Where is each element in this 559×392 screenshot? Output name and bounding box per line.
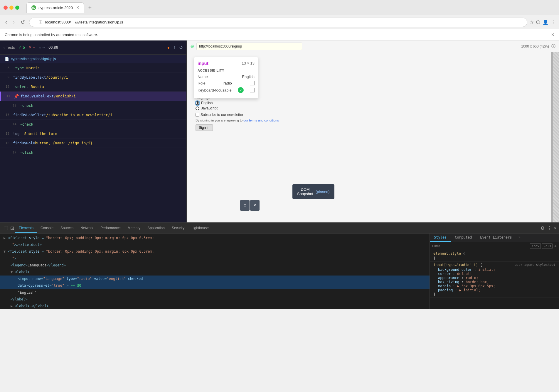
- expand-icon-label2[interactable]: ▶: [11, 304, 13, 308]
- browser-tab[interactable]: cy cypress-article-2020 ×: [26, 2, 84, 13]
- orange-dot-button[interactable]: ●: [167, 45, 170, 50]
- expand-icon[interactable]: ▶: [4, 236, 6, 240]
- terms-text: By signing in you are agreeing to our te…: [196, 119, 279, 122]
- dom-line-label: ▼ <label>: [0, 269, 430, 276]
- form-preview: Language English JavaScript Subscribe to…: [196, 96, 279, 131]
- bookmark-icon[interactable]: ☆: [530, 19, 534, 25]
- file-path: cypress/integration/signUp.js: [11, 57, 56, 61]
- styles-tab-computed[interactable]: Computed: [451, 234, 476, 242]
- javascript-label: JavaScript: [201, 106, 218, 110]
- styles-tab-event-listeners[interactable]: Event Listeners: [476, 234, 516, 242]
- expand-icon-2[interactable]: ▼: [4, 249, 6, 254]
- devtools-tab-console[interactable]: Console: [37, 224, 57, 233]
- sign-in-button[interactable]: Sign in: [196, 124, 213, 131]
- devtools-inspect-button[interactable]: ⬚: [4, 225, 8, 231]
- english-label: English: [201, 101, 213, 105]
- automation-banner-text: Chrome is being controlled by automated …: [5, 33, 98, 37]
- devtools-settings-button[interactable]: ⚙: [541, 225, 545, 231]
- app-toolbar: ⊕ 1000 x 660 (42%) ⓘ: [187, 40, 559, 52]
- close-traffic-light[interactable]: [4, 6, 8, 10]
- address-actions: ☆ ⬡ 👤 ⋮: [530, 19, 555, 25]
- devtools-tab-application[interactable]: Application: [144, 224, 168, 233]
- code-line-8: 8 -type Norris: [0, 63, 186, 73]
- devtools-device-button[interactable]: ⊡: [10, 225, 14, 231]
- devtools-tab-security[interactable]: Security: [168, 224, 188, 233]
- elapsed-time: 06.86: [48, 45, 58, 50]
- javascript-radio-row: JavaScript: [196, 106, 279, 110]
- tooltip-keyboard-checkbox: [250, 88, 255, 92]
- line-number: 11: [3, 94, 10, 98]
- filter-hov-button[interactable]: :hov: [530, 243, 541, 249]
- devtools-more-button[interactable]: ⋮: [547, 225, 552, 231]
- line-number: 9: [2, 75, 9, 79]
- new-tab-button[interactable]: +: [86, 4, 93, 11]
- line-number: 10: [2, 85, 9, 89]
- dom-line-1b: ">…</fieldset>: [0, 241, 430, 248]
- dom-snapshot-close-button[interactable]: ×: [250, 200, 260, 211]
- profile-icon[interactable]: 👤: [543, 19, 548, 25]
- cmd-arg-russia: Russia: [31, 85, 44, 89]
- maximize-traffic-light[interactable]: [15, 6, 19, 10]
- menu-icon[interactable]: ⋮: [551, 19, 555, 25]
- styles-filter-input[interactable]: [432, 244, 528, 248]
- extensions-icon[interactable]: ⬡: [536, 19, 540, 25]
- pass-icon: ✓: [18, 45, 22, 50]
- cmd-arg-country: /country/i: [46, 75, 68, 80]
- app-url-input[interactable]: [196, 43, 302, 50]
- address-bar: ‹ › ↺ ⓘ localhost:3000/__/#/tests/integr…: [0, 15, 559, 29]
- refresh-button[interactable]: ↺: [179, 45, 183, 50]
- file-icon: 📄: [5, 57, 9, 61]
- back-chevron: ‹: [4, 45, 5, 50]
- styles-tab-more[interactable]: »: [516, 234, 523, 242]
- forward-button[interactable]: ›: [11, 18, 16, 26]
- terms-link[interactable]: our terms and conditions: [243, 119, 279, 122]
- cmd-arg-role: button, {name: /sign in/i}: [35, 141, 92, 145]
- code-line-15: 15 log Submit the form: [0, 129, 186, 138]
- back-button[interactable]: ‹: [4, 18, 9, 26]
- user-agent-source: user agent stylesheet: [515, 263, 555, 268]
- element-style-rule: element.style { }: [430, 250, 559, 262]
- pending-count: ○ --: [39, 45, 45, 50]
- styles-tab-styles[interactable]: Styles: [430, 234, 451, 242]
- devtools-close-button[interactable]: ×: [554, 226, 557, 231]
- dom-snapshot-icon-button[interactable]: ⊡: [240, 200, 250, 211]
- tooltip-element-name: input: [198, 61, 208, 66]
- dom-line-2: ▼ <fieldset style = "border: 0px; paddin…: [0, 248, 430, 255]
- prop-padding: padding : ▶ initial;: [438, 288, 555, 292]
- tab-favicon: cy: [31, 5, 36, 10]
- tooltip-keyboard-check: ✓: [238, 87, 244, 93]
- styles-add-button[interactable]: +: [554, 243, 557, 249]
- app-scrollbar[interactable]: [551, 52, 553, 222]
- tooltip-name-val: English: [242, 75, 255, 79]
- newsletter-checkbox[interactable]: [196, 113, 199, 117]
- dom-snapshot-button[interactable]: DOM Snapshot (pinned): [292, 184, 334, 199]
- minimize-traffic-light[interactable]: [9, 6, 14, 10]
- tests-nav-button[interactable]: ‹ Tests: [4, 45, 15, 50]
- crosshair-icon[interactable]: ⊕: [190, 43, 194, 49]
- devtools-tab-performance[interactable]: Performance: [97, 224, 124, 233]
- close-banner-button[interactable]: ×: [551, 32, 554, 38]
- viewport-info-icon[interactable]: ⓘ: [551, 44, 555, 49]
- filter-cls-button[interactable]: .cls: [542, 243, 553, 249]
- url-bar[interactable]: ⓘ localhost:3000/__/#/tests/integration/…: [29, 18, 527, 27]
- devtools-tab-memory[interactable]: Memory: [124, 224, 144, 233]
- devtools-tab-sources[interactable]: Sources: [57, 224, 77, 233]
- viewport-info: 1000 x 660 (42%): [521, 44, 549, 48]
- devtools-tab-elements[interactable]: Elements: [15, 224, 37, 233]
- pass-count-value: 5: [23, 45, 25, 50]
- expand-icon-label[interactable]: ▼: [11, 270, 13, 274]
- cmd-click: -click: [20, 150, 33, 155]
- cypress-controls: ● ↑ ↺: [167, 45, 183, 50]
- devtools-tab-lighthouse[interactable]: Lighthouse: [188, 224, 212, 233]
- devtools-tab-network[interactable]: Network: [77, 224, 97, 233]
- line-number: 15: [2, 132, 9, 136]
- reload-button[interactable]: ↺: [19, 18, 27, 26]
- english-radio-input[interactable]: [196, 101, 199, 105]
- cypress-code-panel: 8 -type Norris 9 findByLabelText /countr…: [0, 63, 186, 222]
- tooltip-header: input 13 × 13: [198, 61, 255, 66]
- tab-close-button[interactable]: ×: [76, 5, 79, 10]
- javascript-radio-input[interactable]: [196, 107, 199, 110]
- arrow-up-button[interactable]: ↑: [173, 45, 176, 50]
- code-line-10: 10 -select Russia: [0, 82, 186, 92]
- devtools-tab-bar: ⬚ ⊡ Elements Console Sources Network Per…: [0, 223, 559, 234]
